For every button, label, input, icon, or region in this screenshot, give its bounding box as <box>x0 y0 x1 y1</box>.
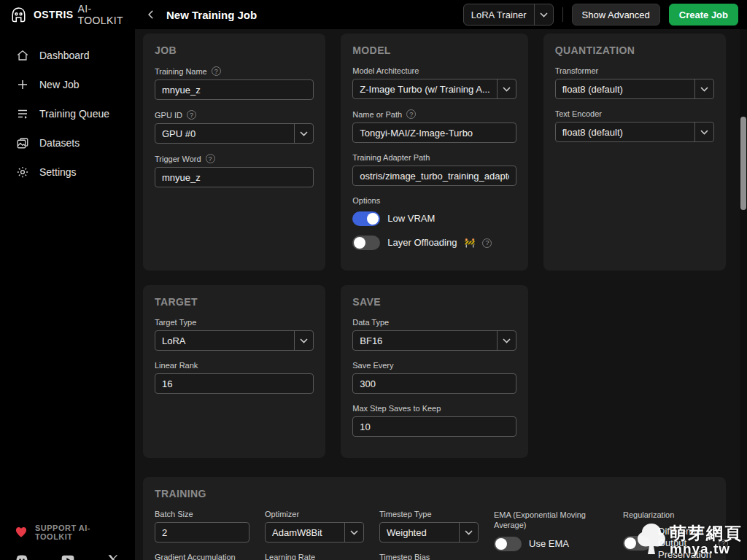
model-architecture-select[interactable]: Z-Image Turbo (w/ Training A... <box>352 79 516 99</box>
help-icon[interactable] <box>187 110 196 120</box>
help-icon[interactable] <box>212 66 221 76</box>
gradient-accumulation-label: Gradient Accumulation <box>155 553 236 560</box>
model-card-title: MODEL <box>352 44 516 56</box>
model-card: MODEL Model Architecture Z-Image Turbo (… <box>341 34 527 271</box>
ostris-logo-icon <box>10 7 27 23</box>
sidebar-item-label: Training Queue <box>39 108 109 120</box>
back-chevron-icon[interactable] <box>144 8 158 21</box>
text-encoder-label: Text Encoder <box>555 109 602 118</box>
job-card: JOB Training Name GPU ID GPU #0 Trigger … <box>143 34 325 271</box>
sidebar-item-label: Settings <box>39 166 77 178</box>
transformer-quant-select[interactable]: float8 (default) <box>555 79 714 99</box>
quantization-card: QUANTIZATION Transformer float8 (default… <box>543 34 726 271</box>
training-col-4: EMA (Exponential Moving Average) Use EMA… <box>494 510 608 560</box>
trainer-type-value: LoRA Trainer <box>464 9 534 20</box>
youtube-icon[interactable] <box>61 553 75 560</box>
sidebar-item-new-job[interactable]: New Job <box>0 70 135 99</box>
trainer-type-select[interactable]: LoRA Trainer <box>463 4 554 26</box>
data-type-select[interactable]: BF16 <box>352 330 516 351</box>
brand[interactable]: OSTRIS AI-TOOLKIT <box>10 3 136 26</box>
name-or-path-input[interactable] <box>352 122 516 143</box>
layer-offloading-row: Layer Offloading 🚧 <box>352 236 516 250</box>
training-card: TRAINING Batch Size Gradient Accumulatio… <box>143 477 726 560</box>
timestep-type-select[interactable]: Weighted <box>379 522 479 542</box>
optimizer-select[interactable]: AdamW8Bit <box>265 522 364 542</box>
data-type-label: Data Type <box>352 318 389 327</box>
empty-cell <box>543 285 726 458</box>
trigger-word-label: Trigger Word <box>155 155 201 163</box>
save-every-input[interactable] <box>352 373 516 394</box>
save-card-title: SAVE <box>352 296 516 308</box>
training-col-1: Batch Size Gradient Accumulation Steps <box>155 510 249 560</box>
training-name-label: Training Name <box>155 67 207 76</box>
use-ema-toggle[interactable] <box>494 537 522 551</box>
batch-size-input[interactable] <box>155 522 249 542</box>
batch-size-label: Batch Size <box>155 510 193 518</box>
sidebar-item-label: Datasets <box>39 137 80 149</box>
scrollbar-thumb[interactable] <box>740 117 746 210</box>
support-label: SUPPORT AI-TOOLKIT <box>35 524 119 541</box>
help-icon[interactable] <box>719 539 728 548</box>
target-type-select[interactable]: LoRA <box>155 330 314 351</box>
training-card-title: TRAINING <box>155 488 714 499</box>
layer-offloading-label: Layer Offloading <box>387 237 457 249</box>
use-ema-label: Use EMA <box>529 538 569 550</box>
discord-icon[interactable] <box>15 553 29 560</box>
max-step-saves-input[interactable] <box>352 416 516 437</box>
x-twitter-icon[interactable] <box>107 553 119 560</box>
sidebar-item-datasets[interactable]: Datasets <box>0 128 135 158</box>
gpu-id-select[interactable]: GPU #0 <box>155 123 314 144</box>
create-job-button[interactable]: Create Job <box>669 4 738 26</box>
sidebar: Dashboard New Job Training Queue Dataset… <box>0 29 135 560</box>
trigger-word-input[interactable] <box>155 167 314 187</box>
save-card: SAVE Data Type BF16 Save Every Max Step … <box>341 285 527 458</box>
learning-rate-label: Learning Rate <box>265 553 315 560</box>
sidebar-item-label: New Job <box>39 79 79 90</box>
training-adapter-path-input[interactable] <box>352 166 516 186</box>
plus-icon <box>16 78 29 91</box>
chevron-down-icon <box>534 4 553 25</box>
chevron-down-icon <box>497 331 516 350</box>
chevron-down-icon <box>294 331 313 350</box>
differential-output-preservation-row: Differential Output Preservation <box>623 526 728 560</box>
target-type-label: Target Type <box>155 318 196 327</box>
model-architecture-label: Model Architecture <box>352 66 419 75</box>
help-icon[interactable] <box>206 154 215 163</box>
optimizer-label: Optimizer <box>265 510 299 518</box>
help-icon[interactable] <box>482 238 492 248</box>
chevron-down-icon <box>694 122 713 141</box>
sidebar-item-dashboard[interactable]: Dashboard <box>0 41 135 70</box>
linear-rank-input[interactable] <box>155 373 314 394</box>
job-card-title: JOB <box>155 44 314 56</box>
low-vram-row: Low VRAM <box>352 211 516 226</box>
images-stack-icon <box>16 136 29 149</box>
help-icon[interactable] <box>406 109 416 119</box>
sidebar-item-training-queue[interactable]: Training Queue <box>0 99 135 128</box>
heart-icon <box>15 526 28 539</box>
main-content: JOB Training Name GPU ID GPU #0 Trigger … <box>135 29 747 560</box>
save-every-label: Save Every <box>352 361 393 370</box>
differential-output-preservation-toggle[interactable] <box>623 536 651 551</box>
training-col-2: Optimizer AdamW8Bit Learning Rate Weight… <box>265 510 364 560</box>
max-step-saves-label: Max Step Saves to Keep <box>352 404 441 413</box>
text-encoder-quant-select[interactable]: float8 (default) <box>555 122 714 142</box>
training-col-3: Timestep Type Weighted Timestep Bias Low… <box>379 510 479 560</box>
sidebar-item-settings[interactable]: Settings <box>0 158 135 187</box>
sidebar-item-label: Dashboard <box>39 50 90 61</box>
regularization-header: Regularization <box>623 510 728 520</box>
training-name-input[interactable] <box>155 79 314 100</box>
quantization-card-title: QUANTIZATION <box>555 44 714 56</box>
support-ai-toolkit-link[interactable]: SUPPORT AI-TOOLKIT <box>15 524 119 541</box>
training-adapter-path-label: Training Adapter Path <box>352 153 430 162</box>
low-vram-label: Low VRAM <box>387 213 435 225</box>
gpu-id-label: GPU ID <box>155 111 182 120</box>
timestep-type-label: Timestep Type <box>379 510 432 518</box>
chevron-down-icon <box>294 124 313 143</box>
layer-offloading-toggle[interactable] <box>352 236 380 250</box>
scrollbar <box>740 29 747 560</box>
social-links <box>15 553 119 560</box>
low-vram-toggle[interactable] <box>352 211 380 226</box>
show-advanced-button[interactable]: Show Advanced <box>572 4 660 26</box>
topbar-divider <box>562 7 563 22</box>
chevron-down-icon <box>344 523 363 542</box>
